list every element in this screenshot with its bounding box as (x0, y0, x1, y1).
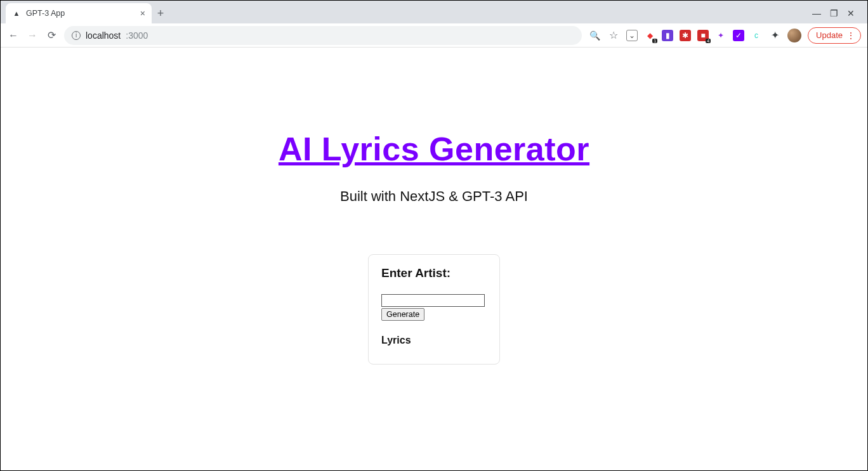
page-subtitle: Built with NextJS & GPT-3 API (1, 188, 867, 205)
window-controls: — ❐ ✕ (812, 3, 862, 23)
url-host: localhost (86, 30, 121, 41)
page-content: AI Lyrics Generator Built with NextJS & … (1, 48, 867, 365)
chrome-menu-icon[interactable]: ⋮ (846, 30, 854, 41)
extension-badge: 4 (706, 39, 711, 43)
browser-chrome: ▲ GPT-3 App × + — ❐ ✕ ← → ⟳ i localhost:… (1, 1, 867, 48)
generator-card: Enter Artist: Generate Lyrics (368, 254, 500, 365)
generate-button[interactable]: Generate (381, 308, 424, 321)
extension-icon[interactable]: ✱ (680, 30, 691, 41)
address-bar[interactable]: i localhost:3000 (64, 26, 582, 45)
close-window-icon[interactable]: ✕ (847, 8, 855, 18)
bookmark-star-icon[interactable]: ☆ (607, 29, 620, 41)
extension-icon[interactable]: ■4 (697, 30, 709, 41)
site-info-icon[interactable]: i (72, 31, 81, 40)
minimize-icon[interactable]: — (812, 8, 821, 18)
artist-input[interactable] (381, 294, 485, 307)
update-button[interactable]: Update ⋮ (808, 27, 861, 44)
zoom-icon[interactable]: 🔍 (588, 30, 601, 41)
update-label: Update (816, 30, 843, 40)
extension-badge: 1 (652, 39, 657, 43)
extension-icon[interactable]: ◆1 (644, 30, 655, 41)
browser-toolbar: ← → ⟳ i localhost:3000 🔍 ☆ ⌄ ◆1 ▮ ✱ ■4 ✦… (1, 23, 867, 48)
close-tab-icon[interactable]: × (140, 8, 145, 18)
page-viewport: AI Lyrics Generator Built with NextJS & … (1, 48, 867, 470)
extension-icon[interactable]: ✦ (715, 30, 727, 41)
toolbar-right: 🔍 ☆ ⌄ ◆1 ▮ ✱ ■4 ✦ ✓ c ✦ Update ⋮ (588, 27, 861, 44)
page-title[interactable]: AI Lyrics Generator (279, 131, 589, 167)
favicon-icon: ▲ (12, 9, 21, 18)
back-button[interactable]: ← (7, 30, 20, 41)
tab-strip: ▲ GPT-3 App × + — ❐ ✕ (1, 1, 867, 23)
pocket-icon[interactable]: ⌄ (626, 30, 638, 41)
artist-heading: Enter Artist: (381, 266, 487, 280)
extension-icon[interactable]: ✓ (733, 30, 744, 41)
forward-button[interactable]: → (26, 30, 39, 41)
extensions-puzzle-icon[interactable]: ✦ (768, 29, 781, 41)
extension-icon[interactable]: ▮ (662, 30, 673, 41)
reload-button[interactable]: ⟳ (45, 29, 58, 41)
new-tab-button[interactable]: + (152, 3, 169, 23)
tab-title: GPT-3 App (26, 9, 65, 18)
url-port: :3000 (126, 30, 148, 41)
maximize-icon[interactable]: ❐ (830, 8, 838, 18)
lyrics-heading: Lyrics (381, 335, 487, 346)
extension-icon[interactable]: c (751, 30, 762, 41)
browser-tab[interactable]: ▲ GPT-3 App × (6, 3, 152, 23)
profile-avatar[interactable] (787, 29, 801, 42)
